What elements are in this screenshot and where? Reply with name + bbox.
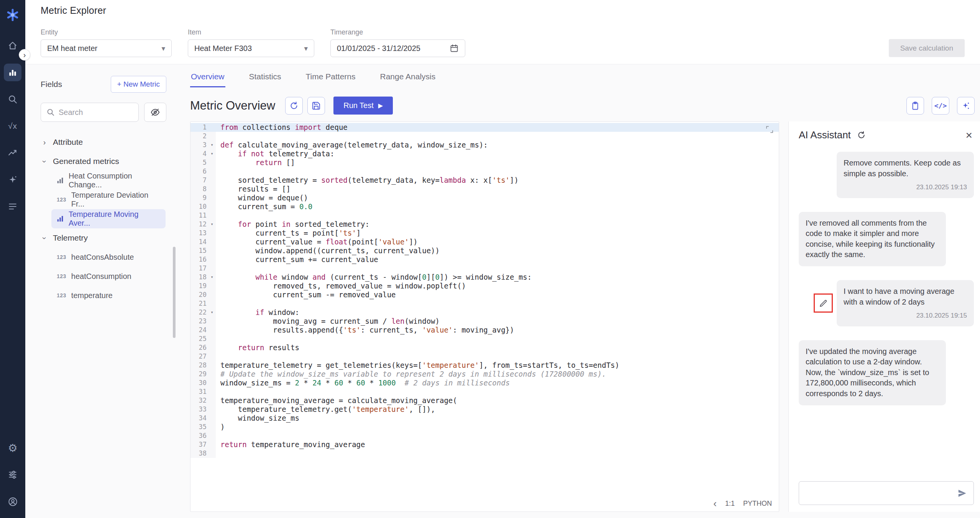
code-text: current_sum += current_value — [216, 255, 378, 264]
code-line[interactable]: 8 results = [] — [190, 185, 779, 193]
sidebar-item-list[interactable] — [4, 198, 21, 215]
code-line[interactable]: 14 current_value = float(point['value']) — [190, 238, 779, 246]
search-input[interactable] — [41, 103, 139, 122]
code-line[interactable]: 15 window.append((current_ts, current_va… — [190, 246, 779, 255]
tree-item-heatconsabsolute[interactable]: 123heatConsAbsolute — [51, 248, 166, 267]
code-line[interactable]: 22▾ if window: — [190, 308, 779, 317]
tree-section-telemetry[interactable]: ›Telemetry — [41, 228, 166, 248]
code-line[interactable]: 20 current_sum -= removed_value — [190, 290, 779, 299]
code-line[interactable]: 26 return results — [190, 343, 779, 352]
chevron-left-icon[interactable]: ‹ — [713, 498, 717, 508]
calendar-icon[interactable] — [450, 44, 459, 53]
ai-refresh-button[interactable] — [857, 131, 866, 139]
code-line[interactable]: 23 moving_avg = current_sum / len(window… — [190, 317, 779, 326]
fold-marker-icon[interactable]: ▾ — [208, 220, 216, 229]
code-editor[interactable]: 1from collections import deque23▾def cal… — [190, 121, 779, 512]
expand-editor-button[interactable] — [765, 125, 774, 134]
tree-item-heatconsumption[interactable]: 123heatConsumption — [51, 267, 166, 286]
tree-section-generated-metrics[interactable]: ›Generated metrics — [41, 152, 166, 171]
close-ai-panel-button[interactable]: × — [964, 130, 974, 141]
fields-scrollbar[interactable] — [173, 247, 176, 338]
sidebar-item-preferences[interactable] — [4, 466, 21, 484]
refresh-metric-button[interactable] — [285, 97, 303, 115]
code-line[interactable]: 25 — [190, 334, 779, 343]
save-metric-button[interactable] — [307, 97, 325, 115]
code-line[interactable]: 30window_size_ms = 2 * 24 * 60 * 60 * 10… — [190, 379, 779, 387]
code-text: return temperature_moving_average — [216, 440, 365, 449]
code-line[interactable]: 37return temperature_moving_average — [190, 440, 779, 449]
code-line[interactable]: 5 return [] — [190, 158, 779, 167]
code-line[interactable]: 36 — [190, 431, 779, 440]
fold-marker-icon[interactable]: ▾ — [208, 149, 216, 158]
sidebar-item-metrics[interactable] — [4, 64, 21, 81]
send-message-button[interactable] — [957, 488, 967, 498]
code-line[interactable]: 31 — [190, 387, 779, 396]
code-line[interactable]: 10 current_sum = 0.0 — [190, 202, 779, 211]
edit-message-button[interactable] — [815, 295, 831, 311]
sidebar-item-settings[interactable]: ⚙ — [4, 439, 21, 457]
code-line[interactable]: 9 window = deque() — [190, 193, 779, 202]
ai-assistant-button[interactable] — [957, 97, 975, 115]
app-logo[interactable] — [6, 5, 20, 25]
ai-message-input[interactable] — [805, 489, 957, 498]
expand-sidebar-button[interactable]: › — [19, 49, 30, 61]
run-test-button[interactable]: Run Test ▶ — [333, 97, 393, 115]
code-line[interactable]: 3▾def calculate_moving_average(telemetry… — [190, 141, 779, 149]
tree-section-attribute[interactable]: ›Attribute — [41, 133, 166, 152]
copy-clipboard-button[interactable] — [906, 97, 924, 115]
toggle-hidden-fields-button[interactable] — [144, 103, 166, 122]
item-select[interactable]: Heat Meter F303 ▾ — [188, 39, 314, 57]
code-line[interactable]: 2 — [190, 132, 779, 141]
assistant-message-bubble: I've removed all comments from the code … — [799, 212, 946, 266]
code-line[interactable]: 12▾ for point in sorted_telemetry: — [190, 220, 779, 229]
code-line[interactable]: 32temperature_moving_average = calculate… — [190, 396, 779, 405]
code-line[interactable]: 27 — [190, 352, 779, 361]
code-line[interactable]: 4▾ if not telemetry_data: — [190, 149, 779, 158]
code-line[interactable]: 38 — [190, 449, 779, 458]
save-calculation-button[interactable]: Save calculation — [889, 39, 965, 57]
tree-item-heat-consumption-change[interactable]: Heat Consumption Change... — [51, 171, 166, 190]
fold-marker-icon[interactable]: ▾ — [208, 308, 216, 317]
entity-select[interactable]: EM heat meter ▾ — [41, 39, 172, 57]
fold-marker-icon[interactable]: ▾ — [208, 273, 216, 282]
code-line[interactable]: 6 — [190, 167, 779, 176]
fold-marker-icon[interactable]: ▾ — [208, 141, 216, 149]
new-metric-button[interactable]: + New Metric — [111, 76, 166, 93]
code-line[interactable]: 34 window_size_ms — [190, 414, 779, 423]
tree-item-temperature-moving-aver[interactable]: Temperature Moving Aver... — [51, 209, 166, 228]
sidebar-item-ai[interactable] — [4, 171, 21, 189]
line-number: 31 — [190, 387, 208, 396]
code-line[interactable]: 18▾ while window and (current_ts - windo… — [190, 273, 779, 282]
code-line[interactable]: 21 — [190, 299, 779, 308]
code-line[interactable]: 29# Update the window_size_ms variable t… — [190, 370, 779, 379]
tree-item-temperature-deviation-fr[interactable]: 123Temperature Deviation Fr... — [51, 190, 166, 209]
code-line[interactable]: 17 — [190, 264, 779, 273]
code-line[interactable]: 28temperature_telemetry = get_telemetrie… — [190, 361, 779, 370]
fold-gutter — [208, 440, 216, 449]
code-line[interactable]: 16 current_sum += current_value — [190, 255, 779, 264]
code-area[interactable]: 1from collections import deque23▾def cal… — [190, 122, 779, 458]
sidebar-item-formula[interactable]: √x — [4, 117, 21, 135]
code-line[interactable]: 7 sorted_telemetry = sorted(telemetry_da… — [190, 176, 779, 185]
tab-range-analysis[interactable]: Range Analysis — [379, 69, 437, 87]
sidebar-item-search[interactable] — [4, 90, 21, 108]
tree-item-temperature[interactable]: 123temperature — [51, 286, 166, 305]
tab-overview[interactable]: Overview — [190, 69, 225, 87]
code-line[interactable]: 33 temperature_telemetry.get('temperatur… — [190, 405, 779, 414]
sidebar-item-trends[interactable] — [4, 144, 21, 162]
code-line[interactable]: 35) — [190, 423, 779, 431]
tab-statistics[interactable]: Statistics — [248, 69, 282, 87]
sparkle-icon — [8, 175, 18, 185]
ai-messages: Remove comments. Keep code as simple as … — [799, 152, 974, 474]
code-text: moving_avg = current_sum / len(window) — [216, 317, 440, 326]
code-view-button[interactable]: </> — [932, 97, 949, 115]
code-line[interactable]: 11 — [190, 211, 779, 220]
code-line[interactable]: 1from collections import deque — [190, 123, 779, 132]
tab-time-patterns[interactable]: Time Patterns — [305, 69, 356, 87]
code-line[interactable]: 19 removed_ts, removed_value = window.po… — [190, 282, 779, 290]
code-line[interactable]: 24 results.append({'ts': current_ts, 'va… — [190, 326, 779, 334]
code-line[interactable]: 13 current_ts = point['ts'] — [190, 229, 779, 238]
sidebar-item-profile[interactable] — [4, 493, 21, 510]
sidebar-item-home[interactable] — [4, 37, 21, 54]
timerange-input[interactable]: 01/01/2025 - 31/12/2025 — [330, 39, 465, 57]
